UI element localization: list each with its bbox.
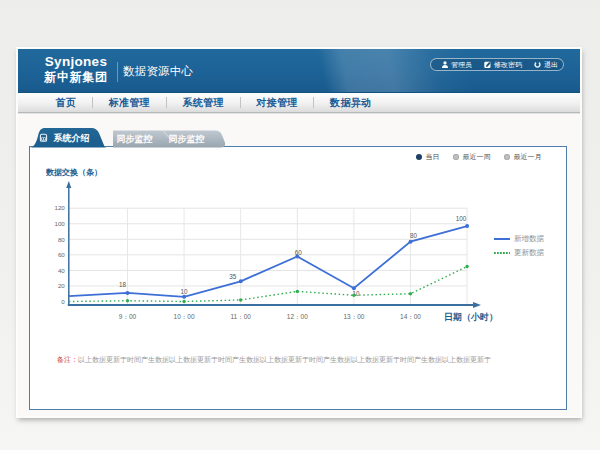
x-tick-label: 11：00 [230, 313, 251, 320]
series-point [238, 279, 242, 283]
tab-label-sync-1: 同步监控 [116, 134, 152, 144]
nav-item-3[interactable]: 对接管理 [256, 96, 297, 110]
y-tick-label: 120 [54, 204, 65, 211]
change-password-button[interactable]: 修改密码 [484, 61, 522, 69]
nav-separator [92, 97, 93, 108]
series-point [408, 239, 412, 243]
series-line-1 [68, 266, 466, 301]
series-point [465, 224, 469, 228]
nav-item-0[interactable]: 首页 [56, 96, 77, 110]
series-point [182, 294, 186, 298]
nav-item-4[interactable]: 数据异动 [330, 96, 371, 110]
power-icon [534, 61, 541, 68]
series-point [295, 289, 298, 292]
y-tick-label: 80 [57, 235, 64, 242]
series-point [125, 290, 129, 294]
content-area: 系统介绍 同步监控 同步监控 数据交换（条） 当日最近一周最近一月 020406… [18, 114, 580, 416]
tab-label-sync-2: 同步监控 [169, 134, 205, 144]
nav-separator [240, 97, 241, 108]
series-point [465, 264, 468, 267]
edit-icon [484, 61, 491, 68]
point-label: 18 [118, 280, 126, 287]
tab-label-active: 系统介绍 [53, 133, 90, 143]
point-label: 35 [229, 273, 237, 280]
nav-separator [166, 97, 167, 108]
tab-bar: 系统介绍 同步监控 同步监控 [28, 127, 238, 149]
legend-item-1: 更新数据 [494, 248, 544, 258]
brand-wordmark: Synjones [31, 55, 121, 69]
x-tick-label: 14：00 [400, 313, 421, 320]
line-chart: 0204060801001209：0010：0011：0012：0013：001… [30, 147, 566, 409]
desktop-background: Synjones 新中新集团 数据资源中心 管理员 修改密码 [0, 0, 600, 450]
legend-label: 新增数据 [514, 234, 544, 244]
header-divider [117, 62, 118, 82]
x-tick-label: 9：00 [118, 313, 136, 320]
y-tick-label: 60 [57, 251, 64, 258]
point-label: 80 [409, 231, 417, 238]
y-tick-label: 0 [61, 297, 65, 304]
x-axis-arrow [473, 302, 481, 308]
series-point [125, 299, 128, 302]
x-tick-label: 13：00 [343, 313, 364, 320]
nav-item-2[interactable]: 系统管理 [183, 96, 224, 110]
y-tick-label: 40 [57, 266, 64, 273]
brand-logo: Synjones 新中新集团 [31, 55, 121, 83]
logout-button[interactable]: 退出 [534, 61, 558, 69]
chart-legend: 新增数据更新数据 [494, 234, 544, 259]
y-tick-label: 20 [57, 282, 64, 289]
app-header: Synjones 新中新集团 数据资源中心 管理员 修改密码 [18, 49, 580, 93]
legend-label: 更新数据 [514, 248, 544, 258]
point-label: 100 [455, 215, 466, 222]
y-tick-label: 100 [54, 219, 65, 226]
user-toolbar: 管理员 修改密码 退出 [430, 58, 564, 71]
series-point [182, 299, 185, 302]
nav-item-1[interactable]: 标准管理 [109, 96, 150, 110]
point-label: 60 [294, 249, 302, 256]
nav-separator [313, 97, 314, 108]
main-nav: 首页标准管理系统管理对接管理数据异动 [18, 93, 580, 113]
x-tick-label: 10：00 [173, 313, 194, 320]
user-menu-label: 管理员 [451, 61, 472, 69]
app-window: Synjones 新中新集团 数据资源中心 管理员 修改密码 [17, 48, 581, 417]
legend-item-0: 新增数据 [494, 234, 544, 244]
content-panel: 数据交换（条） 当日最近一周最近一月 0204060801001209：0010… [29, 146, 567, 410]
series-point [239, 298, 242, 301]
series-point [352, 293, 355, 296]
series-point [408, 292, 411, 295]
change-password-label: 修改密码 [494, 61, 522, 69]
footnote-text: 以上数据更新于时间产生数据以上数据更新于时间产生数据以上数据更新于时间产生数据以… [78, 356, 491, 363]
user-icon [442, 61, 448, 68]
legend-swatch [494, 249, 510, 257]
logout-label: 退出 [544, 61, 558, 69]
legend-swatch [494, 235, 510, 243]
footnote-label: 备注： [57, 356, 78, 363]
x-tick-label: 12：00 [286, 313, 307, 320]
footnote: 备注：以上数据更新于时间产生数据以上数据更新于时间产生数据以上数据更新于时间产生… [57, 355, 491, 364]
app-title: 数据资源中心 [123, 65, 193, 77]
y-axis-arrow [66, 181, 71, 188]
x-axis-title: 日期（小时） [444, 311, 498, 321]
user-menu[interactable]: 管理员 [442, 61, 472, 69]
brand-company: 新中新集团 [31, 71, 121, 83]
point-label: 10 [180, 287, 188, 294]
